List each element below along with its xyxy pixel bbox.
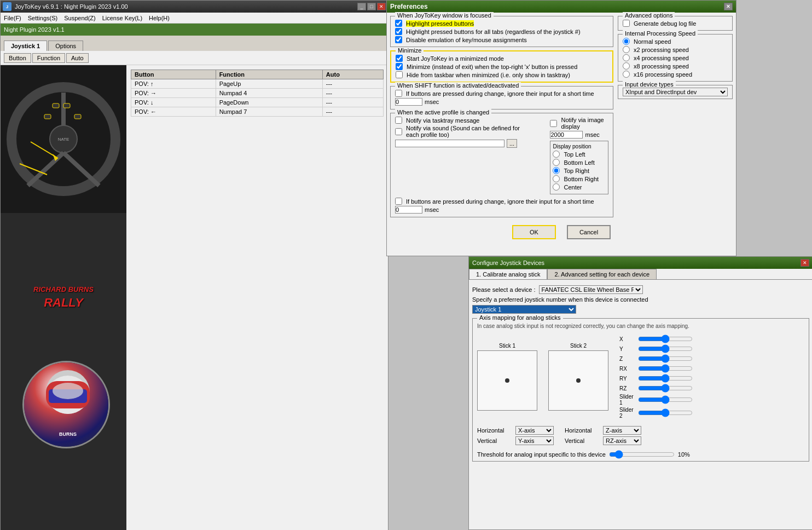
menu-file[interactable]: File(F)	[1, 14, 25, 22]
pov-table-area: Button Function Auto POV: ↑ PageUp --- P…	[126, 65, 388, 121]
subtab-button[interactable]: Button	[4, 53, 31, 63]
rz-axis-slider[interactable]	[638, 384, 693, 393]
highlight-check[interactable]	[395, 20, 402, 27]
subtab-function[interactable]: Function	[32, 53, 65, 63]
pref-msec-row: msec	[550, 131, 608, 139]
left-panel: NATE	[1, 65, 126, 530]
svg-rect-9	[74, 114, 81, 119]
preferred-num-select[interactable]: Joystick 1	[472, 305, 576, 314]
notify-image-check[interactable]	[550, 120, 557, 127]
device-select[interactable]: FANATEC CSL Elite Wheel Base PlayStation…	[539, 285, 643, 294]
tab-joystick1[interactable]: Joystick 1	[4, 41, 47, 51]
sub-tab-bar: Button Function Auto	[1, 51, 388, 65]
pref-close-btn[interactable]: ✕	[724, 3, 733, 10]
start-minimized-check[interactable]	[396, 55, 403, 62]
pref-speed-x4-row: x4 processing speed	[623, 54, 728, 61]
debug-check[interactable]	[623, 20, 630, 27]
config-tab2[interactable]: 2. Advanced setting for each device	[547, 269, 657, 279]
table-row[interactable]: POV: ↑ PageUp ---	[131, 79, 384, 89]
speed-x2-radio[interactable]	[623, 46, 630, 53]
slider1-slider[interactable]	[638, 395, 693, 404]
stick2-horiz-row: Horizontal Z-axis	[565, 426, 641, 435]
ry-axis-slider[interactable]	[638, 374, 693, 383]
pos-top-right-radio[interactable]	[553, 167, 560, 174]
svg-rect-6	[53, 103, 59, 108]
axis-desc: In case analog stick input is not recogn…	[477, 323, 804, 329]
config-close-btn[interactable]: ✕	[801, 259, 809, 267]
threshold-slider[interactable]	[609, 450, 675, 459]
minimize-exit-check[interactable]	[396, 63, 403, 70]
stick1-horiz-select[interactable]: X-axis	[515, 426, 554, 435]
stick1-box	[477, 350, 537, 411]
close-btn[interactable]: ✕	[377, 3, 386, 10]
pos-top-left-radio[interactable]	[553, 151, 560, 158]
disable-emulation-check[interactable]	[395, 36, 402, 43]
pref-cancel-btn[interactable]: Cancel	[567, 225, 611, 239]
stick2-vert-label: Vertical	[565, 437, 598, 444]
stick2-dot	[576, 378, 581, 383]
pos-top-right-label: Top Right	[564, 168, 589, 174]
stick1-vert-select[interactable]: Y-axis	[515, 436, 554, 445]
speed-x16-radio[interactable]	[623, 71, 630, 78]
axis-sliders: X Y Z RX RY	[619, 333, 804, 420]
device-label: Please select a device :	[472, 286, 536, 293]
z-axis-slider[interactable]	[638, 354, 693, 363]
menu-license[interactable]: License Key(L)	[99, 14, 146, 22]
stick2-axis-selectors: Horizontal Z-axis Vertical RZ-axis	[565, 424, 641, 447]
minimize-exit-label: Minimize (instead of exit) when the top-…	[407, 64, 577, 70]
config-tab1[interactable]: 1. Calibrate analog stick	[469, 269, 547, 279]
table-row[interactable]: POV: ↓ PageDown ---	[131, 98, 384, 107]
pos-center-radio[interactable]	[553, 183, 560, 191]
sound-file-input[interactable]	[395, 140, 504, 147]
pref-ok-btn[interactable]: OK	[512, 225, 556, 239]
input-device-select[interactable]: XInput and DirectInput dev	[623, 88, 728, 96]
table-row[interactable]: POV: ← Numpad 7 ---	[131, 107, 384, 117]
driver-svg: BURNS	[24, 361, 108, 447]
config-title-text: Configure Joystick Devices	[472, 260, 544, 266]
tab-options[interactable]: Options	[48, 41, 83, 51]
profile-ignore-check[interactable]	[395, 198, 402, 205]
menu-settings[interactable]: Settings(S)	[25, 14, 61, 22]
pov-right-key: POV: →	[131, 89, 216, 98]
tasktray-check[interactable]	[395, 117, 402, 124]
menu-suspend[interactable]: Suspend(Z)	[61, 14, 98, 22]
pref-minimize-title: Minimize	[396, 47, 424, 54]
sound-check[interactable]	[395, 128, 402, 135]
table-row[interactable]: POV: → Numpad 4 ---	[131, 89, 384, 98]
pref-shift-title: When SHIFT function is activated/deactiv…	[395, 82, 521, 89]
profile-msec-input[interactable]	[395, 206, 422, 214]
x-axis-slider[interactable]	[638, 335, 693, 343]
speed-normal-radio[interactable]	[623, 38, 630, 45]
speed-x2-label: x2 processing speed	[634, 47, 689, 53]
y-axis-label: Y	[619, 346, 636, 352]
image-msec-input[interactable]	[550, 131, 583, 139]
speed-x8-radio[interactable]	[623, 62, 630, 70]
minimize-btn[interactable]: _	[357, 3, 366, 10]
stick2-vert-select[interactable]: RZ-axis	[603, 436, 641, 445]
pref-disable-emulation-row: Disable emulation of key/mouse assignmen…	[395, 36, 608, 43]
pref-speed-x2-row: x2 processing speed	[623, 46, 728, 53]
slider2-slider[interactable]	[638, 408, 693, 417]
pos-bottom-right-radio[interactable]	[553, 175, 560, 182]
rx-axis-slider[interactable]	[638, 364, 693, 373]
highlight-all-check[interactable]	[395, 28, 402, 35]
subtab-auto[interactable]: Auto	[66, 53, 89, 63]
y-axis-slider[interactable]	[638, 344, 693, 353]
svg-point-17	[53, 383, 83, 399]
pref-left-col: When JoyToKey window is focused Highligh…	[390, 16, 613, 217]
menu-help[interactable]: Help(H)	[146, 14, 173, 22]
shift-ignore-check[interactable]	[395, 90, 402, 97]
sound-browse-btn[interactable]: ...	[507, 139, 517, 148]
pos-bottom-right-label: Bottom Right	[564, 176, 599, 182]
highlight-label: Highlight pressed buttons	[406, 20, 474, 27]
pos-bottom-left-radio[interactable]	[553, 159, 560, 166]
maximize-btn[interactable]: □	[367, 3, 376, 10]
speed-x4-radio[interactable]	[623, 54, 630, 61]
shift-msec-input[interactable]	[395, 98, 422, 106]
stick1-vert-label: Vertical	[477, 437, 510, 444]
pref-advanced-title: Advanced options	[623, 12, 675, 19]
config-tab-bar: 1. Calibrate analog stick 2. Advanced se…	[469, 269, 812, 280]
stick2-horiz-select[interactable]: Z-axis	[603, 426, 641, 435]
hide-taskbar-check[interactable]	[396, 71, 403, 78]
pov-right-auto: ---	[322, 89, 383, 98]
